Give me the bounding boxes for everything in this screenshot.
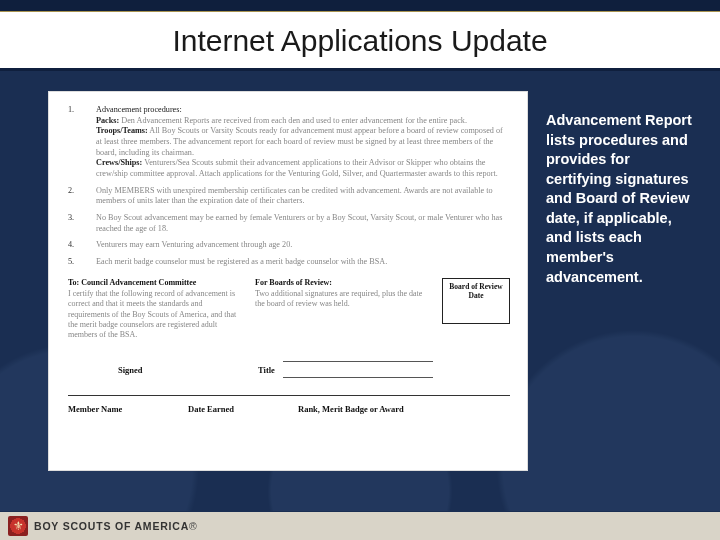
procedure-item: 4. Venturers may earn Venturing advancem… <box>68 240 510 251</box>
item-text: Only MEMBERS with unexpired membership c… <box>96 186 510 207</box>
for-text: Two additional signatures are required, … <box>255 289 422 308</box>
certification-row: To: Council Advancement Committee I cert… <box>68 278 510 341</box>
signature-line <box>283 377 433 378</box>
footer-brand-text: BOY SCOUTS OF AMERICA <box>34 520 189 532</box>
procedure-item: 5. Each merit badge counselor must be re… <box>68 257 510 268</box>
packs-label: Packs: <box>96 116 119 125</box>
board-of-review-date-box: Board of Review Date <box>442 278 510 324</box>
procedure-list: 1. Advancement procedures: Packs: Den Ad… <box>68 105 510 268</box>
signature-line <box>283 361 433 362</box>
bsa-logo-icon <box>8 516 28 536</box>
accent-bar <box>0 0 720 12</box>
troops-text: All Boy Scouts or Varsity Scouts ready f… <box>96 126 503 156</box>
item-text: Each merit badge counselor must be regis… <box>96 257 510 268</box>
item-heading: Advancement procedures: <box>96 105 510 116</box>
content-area: 1. Advancement procedures: Packs: Den Ad… <box>0 71 720 511</box>
table-header: Member Name Date Earned Rank, Merit Badg… <box>68 404 510 414</box>
to-label: To: Council Advancement Committee <box>68 278 245 288</box>
troops-label: Troops/Teams: <box>96 126 148 135</box>
item-number: 3. <box>68 213 96 234</box>
footer-brand: BOY SCOUTS OF AMERICA® <box>34 520 198 532</box>
crews-text: Venturers/Sea Scouts submit their advanc… <box>96 158 498 178</box>
to-committee-block: To: Council Advancement Committee I cert… <box>68 278 245 341</box>
document-preview: 1. Advancement procedures: Packs: Den Ad… <box>48 91 528 471</box>
footer-bar: BOY SCOUTS OF AMERICA® <box>0 512 720 540</box>
signed-label: Signed <box>68 365 218 375</box>
packs-text: Den Advancement Reports are received fro… <box>121 116 467 125</box>
item-number: 2. <box>68 186 96 207</box>
to-text: I certify that the following record of a… <box>68 289 236 340</box>
divider <box>68 395 510 396</box>
page-title: Internet Applications Update <box>0 24 720 58</box>
for-label: For Boards of Review: <box>255 278 432 288</box>
procedure-item: 3. No Boy Scout advancement may be earne… <box>68 213 510 234</box>
item-number: 5. <box>68 257 96 268</box>
procedure-item: 1. Advancement procedures: Packs: Den Ad… <box>68 105 510 180</box>
procedure-item: 2. Only MEMBERS with unexpired membershi… <box>68 186 510 207</box>
col-date-earned: Date Earned <box>188 404 298 414</box>
item-text: No Boy Scout advancement may be earned b… <box>96 213 510 234</box>
title-label: Title <box>218 365 318 375</box>
signature-labels: Signed Title <box>68 365 510 375</box>
col-rank-award: Rank, Merit Badge or Award <box>298 404 510 414</box>
crews-label: Crews/Ships: <box>96 158 142 167</box>
item-number: 4. <box>68 240 96 251</box>
item-number: 1. <box>68 105 96 180</box>
boards-of-review-block: For Boards of Review: Two additional sig… <box>255 278 432 310</box>
col-member-name: Member Name <box>68 404 188 414</box>
item-text: Venturers may earn Venturing advancement… <box>96 240 510 251</box>
sidebar-description: Advancement Report lists procedures and … <box>546 91 696 511</box>
title-band: Internet Applications Update <box>0 12 720 71</box>
